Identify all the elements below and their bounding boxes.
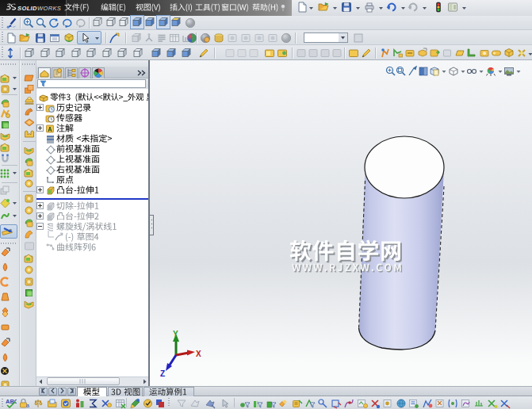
svg-text:Y: Y bbox=[173, 330, 178, 338]
svg-text:Z: Z bbox=[160, 369, 165, 378]
svg-text:X: X bbox=[196, 350, 201, 358]
svg-text:ABC: ABC bbox=[6, 398, 17, 405]
svg-text:a: a bbox=[26, 403, 29, 408]
